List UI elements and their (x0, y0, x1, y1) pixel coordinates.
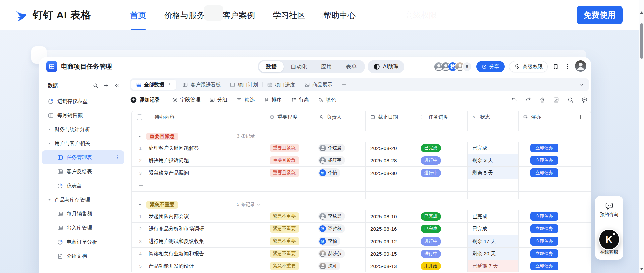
column-header-7[interactable]: 催办 (519, 111, 570, 123)
cell-status[interactable]: 已完成 (468, 210, 519, 223)
cell-owner[interactable]: 李炫晨 (314, 142, 366, 154)
advanced-permission-button[interactable]: 高级权限 (509, 61, 548, 72)
sidebar-item-2[interactable]: 每月销售额 (42, 108, 124, 122)
extension-icon[interactable] (552, 63, 559, 70)
column-header-5[interactable]: 任务进度 (416, 111, 468, 123)
sidebar-item-4[interactable]: 用户与客户相关 (42, 136, 124, 150)
scrollbar-thumb[interactable] (640, 23, 643, 59)
column-header-4[interactable]: 截止日期 (366, 111, 416, 123)
toolbar-filter-button[interactable]: 筛选 (236, 97, 255, 103)
cell-task[interactable]: 4阅读相关行业新闻和报告 (131, 248, 265, 260)
sidebar-item-7[interactable]: 仪表盘 (42, 179, 124, 193)
column-header-3[interactable]: 负责人 (314, 111, 366, 123)
cell-priority[interactable]: 紧急不重要 (265, 235, 314, 248)
sidebar-item-1[interactable]: 进销存仪表盘 (42, 94, 124, 108)
mode-tab-2[interactable]: 自动化 (284, 61, 314, 72)
sidebar-item-10[interactable]: 出入库管理 (42, 221, 124, 235)
column-header-1[interactable]: 待办内容 (131, 111, 265, 123)
cell-owner[interactable]: 怡李怡 (314, 235, 366, 248)
nav-item-2[interactable]: 价格与服务 (164, 0, 205, 30)
more-kebab-icon[interactable] (564, 63, 571, 70)
service-logo-button[interactable]: K (598, 229, 620, 250)
add-view-button[interactable] (337, 82, 351, 87)
toolbar-fill-button[interactable]: 填色 (318, 97, 336, 103)
toolbar-rowheight-button[interactable]: 行高 (291, 97, 309, 103)
cell-task[interactable]: 1处理客户关键问题解答 (131, 142, 265, 154)
group-collapse-arrow-icon[interactable] (138, 135, 142, 138)
add-column-button[interactable] (570, 111, 591, 123)
cell-priority[interactable]: 重要且紧急 (265, 167, 314, 179)
add-sheet-icon[interactable] (103, 83, 109, 88)
cell-progress[interactable]: 已完成 (416, 210, 468, 223)
cell-remind[interactable]: 立即催办 (519, 142, 570, 154)
cell-status[interactable]: 已延期 7 天 (468, 260, 519, 272)
group-record-count[interactable]: 5 条记录 (237, 202, 261, 208)
cell-due-date[interactable]: 2025-08-30 (366, 167, 416, 179)
cell-due-date[interactable]: 2025-08-13 (366, 260, 416, 272)
cell-owner[interactable]: 李炫晨 (314, 210, 366, 223)
cell-status[interactable]: 剩余 3 天 (468, 154, 519, 167)
mode-tab-1[interactable]: 数据 (259, 61, 284, 72)
cell-due-date[interactable]: 2025-09-12 (366, 235, 416, 248)
reminder-icon[interactable] (539, 97, 545, 103)
page-scrollbar[interactable] (639, 0, 644, 273)
undo-icon[interactable] (511, 97, 517, 103)
column-header-2[interactable]: 重要程度 (265, 111, 314, 123)
cell-owner[interactable]: 郝莎莎 (314, 248, 366, 260)
remind-button[interactable]: 立即催办 (530, 144, 558, 152)
sidebar-item-5[interactable]: 任务管理表 (42, 150, 124, 164)
free-trial-button[interactable]: 免费使用 (577, 6, 623, 24)
sidebar-item-6[interactable]: 客户反馈表 (42, 164, 124, 179)
cell-owner[interactable]: 怡李怡 (314, 167, 366, 179)
cell-owner[interactable]: 沈可 (314, 260, 366, 272)
cell-progress[interactable]: 已完成 (416, 142, 468, 154)
add-record-button[interactable]: 添加记录 (130, 96, 160, 103)
share-button[interactable]: 分享 (476, 61, 505, 72)
toolbar-gear-button[interactable]: 字段管理 (172, 97, 200, 103)
sidebar-item-11[interactable]: 电商订单分析 (42, 235, 124, 249)
cell-status[interactable]: 剩余 20 天 (468, 248, 519, 260)
cell-due-date[interactable]: 2025-08-20 (366, 142, 416, 154)
toolbar-sort-button[interactable]: 排序 (264, 97, 282, 103)
view-tab-1[interactable]: 全部数据 (131, 80, 176, 90)
search-records-icon[interactable] (567, 97, 574, 103)
cell-priority[interactable]: 紧急不重要 (265, 223, 314, 235)
ai-assistant-button[interactable]: AI助理 (368, 60, 404, 73)
cell-priority[interactable]: 紧急不重要 (265, 260, 314, 272)
view-tab-4[interactable]: 项目进度 (263, 82, 300, 88)
nav-item-4[interactable]: 学习社区 (273, 0, 305, 30)
sidebar-item-8[interactable]: 产品与库存管理 (42, 193, 124, 207)
redo-icon[interactable] (525, 97, 531, 103)
cell-task[interactable]: 2解决用户投诉问题 (131, 154, 265, 167)
mode-tab-4[interactable]: 表单 (339, 61, 364, 72)
cell-task[interactable]: 5产品功能开发的设计 (131, 260, 265, 272)
view-tab-3[interactable]: 项目计划 (225, 82, 262, 88)
group-header-cell[interactable]: 紧急不重要5 条记录 (131, 199, 265, 210)
cell-due-date[interactable]: 2025-08-28 (366, 154, 416, 167)
cell-remind[interactable]: 立即催办 (519, 210, 570, 223)
nav-item-3[interactable]: 客户案例 (223, 0, 255, 30)
brand[interactable]: 钉钉 AI 表格 (13, 0, 91, 30)
toolbar-group-button[interactable]: 分组 (209, 97, 227, 103)
cell-progress[interactable]: 进行中 (416, 235, 468, 248)
remind-button[interactable]: 立即催办 (530, 262, 558, 270)
comments-icon[interactable] (581, 97, 588, 103)
cell-task[interactable]: 2进行竞品分析和市场调研 (131, 223, 265, 235)
search-icon[interactable] (93, 83, 98, 88)
mode-tab-3[interactable]: 应用 (314, 61, 339, 72)
group-header-cell[interactable]: 重要且紧急3 条记录 (131, 131, 265, 142)
view-tab-2[interactable]: 客户跟进看板 (178, 82, 225, 88)
item-more-kebab-icon[interactable] (115, 155, 120, 160)
nav-item-5[interactable]: 帮助中心 (323, 0, 356, 30)
scroll-up-arrow[interactable] (640, 11, 643, 14)
cell-remind[interactable]: 立即催办 (519, 167, 570, 179)
cell-priority[interactable]: 重要且紧急 (265, 154, 314, 167)
cell-progress[interactable]: 未开始 (416, 260, 468, 272)
cell-task[interactable]: 1发起团队内部会议 (131, 210, 265, 223)
cell-remind[interactable]: 立即催办 (519, 154, 570, 167)
group-collapse-arrow-icon[interactable] (138, 203, 142, 207)
collapse-sidebar-icon[interactable] (114, 83, 120, 88)
view-tab-5[interactable]: 商品展示 (300, 82, 337, 88)
cell-due-date[interactable]: 2025-09-15 (366, 248, 416, 260)
add-row-cell[interactable] (131, 179, 265, 192)
